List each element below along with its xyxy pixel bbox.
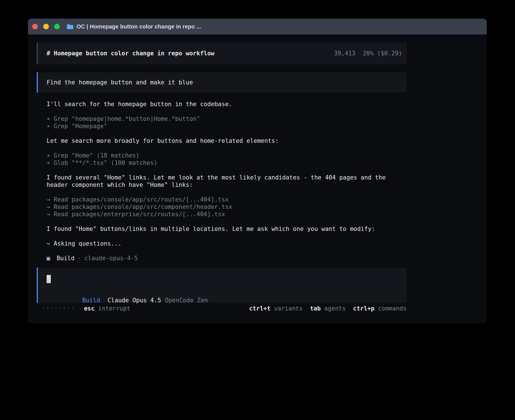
agent-model-id: claude-opus-4-5 (84, 255, 138, 262)
folder-icon (66, 23, 74, 30)
terminal-line: I'll search for the homepage button in t… (47, 100, 407, 108)
terminal-line: header component which have "Home" links… (47, 181, 407, 189)
terminal-line (47, 145, 407, 152)
terminal-content: # Homepage button color change in repo w… (28, 34, 487, 312)
input-mode-label: Build (82, 297, 100, 304)
terminal-line: ∗ Glob "**/*.tsx" (100 matches) (47, 159, 407, 167)
terminal-line (47, 247, 407, 255)
statusbar-left: ········esc interrupt (42, 305, 130, 312)
keyhint-esc: esc (84, 305, 95, 312)
keyhint-commands: ctrl+p commands (353, 305, 407, 312)
zoom-button[interactable] (54, 24, 60, 29)
user-message: Find the homepage button and make it blu… (37, 72, 407, 93)
session-header: # Homepage button color change in repo w… (37, 42, 407, 64)
keyhint-esc-label: interrupt (95, 305, 130, 312)
terminal-line: ∗ Grep "Home" (18 matches) (47, 152, 407, 159)
terminal-line: Let me search more broadly for buttons a… (47, 137, 407, 145)
input-model-label: Claude Opus 4.5 (108, 297, 161, 304)
terminal-line (47, 108, 407, 115)
desktop-background: OC | Homepage button color change in rep… (0, 0, 515, 420)
terminal-line: → Read packages/console/app/src/routes/[… (47, 196, 407, 203)
text-cursor (47, 275, 51, 283)
terminal-line: ∗ Grep "homepage|home.*button|Home.*butt… (47, 115, 407, 123)
window-title: OC | Homepage button color change in rep… (77, 23, 201, 30)
terminal-line (47, 167, 407, 174)
window-titlebar: OC | Homepage button color change in rep… (28, 19, 487, 34)
terminal-line (47, 233, 407, 240)
agent-name: Build (57, 255, 75, 262)
close-button[interactable] (32, 24, 38, 29)
terminal-line (47, 218, 407, 225)
keyhint-variants: ctrl+t variants (249, 305, 303, 312)
terminal-line: → Read packages/enterprise/src/routes/[.… (47, 211, 407, 218)
status-bar: ········esc interrupt ctrl+t variants ta… (37, 305, 407, 312)
terminal-line (47, 189, 407, 196)
conversation-lines: I'll search for the homepage button in t… (37, 100, 407, 255)
session-stats: 39,413 20% ($0.29) (334, 50, 402, 57)
terminal-line: ~ Asking questions... (47, 240, 407, 247)
token-count: 39,413 (334, 50, 355, 57)
terminal-window: OC | Homepage button color change in rep… (28, 19, 487, 323)
terminal-line: I found "Home" buttons/links in multiple… (47, 225, 407, 233)
agent-status-row: ▣ Build · claude-opus-4-5 (37, 255, 407, 262)
agent-square-icon: ▣ (47, 255, 50, 262)
terminal-line: I found several "Home" links. Let me loo… (47, 174, 407, 181)
dot-separator: · (78, 255, 81, 262)
prompt-input[interactable]: BuildClaude Opus 4.5OpenCode Zen (37, 268, 407, 303)
spinner-dots: ········ (42, 305, 75, 312)
session-title: # Homepage button color change in repo w… (47, 50, 214, 57)
context-usage: 20% ($0.29) (363, 50, 402, 57)
terminal-line: → Read packages/console/app/src/componen… (47, 203, 407, 211)
input-meta: BuildClaude Opus 4.5OpenCode Zen (47, 289, 407, 297)
input-provider-label: OpenCode Zen (165, 297, 208, 304)
terminal-line (47, 130, 407, 137)
statusbar-right: ctrl+t variants tab agents ctrl+p comman… (249, 305, 407, 312)
minimize-button[interactable] (43, 24, 49, 29)
user-message-text: Find the homepage button and make it blu… (47, 79, 193, 86)
traffic-lights (32, 24, 60, 29)
terminal-line: ∗ Grep "Homepage" (47, 123, 407, 130)
keyhint-agents: tab agents (310, 305, 346, 312)
